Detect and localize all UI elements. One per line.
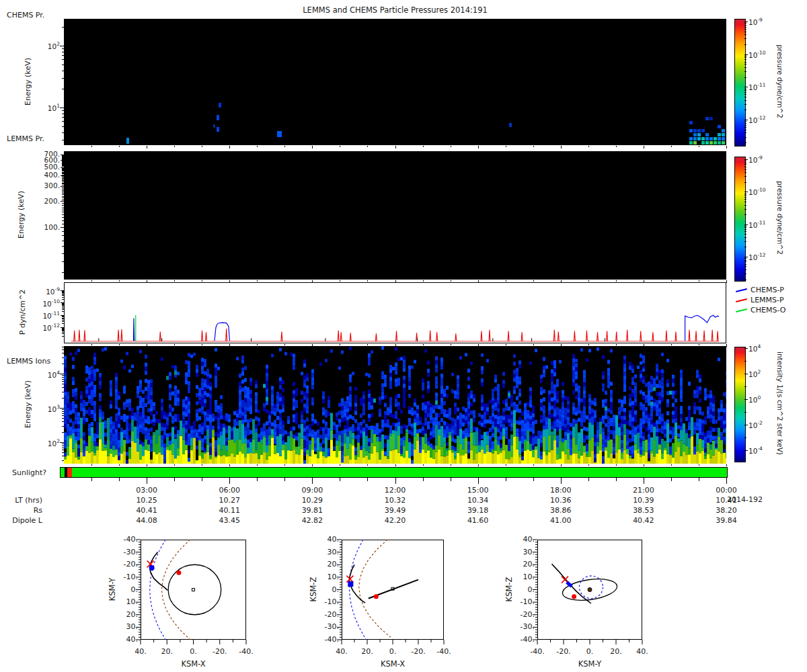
ions-spectrogram-panel (64, 346, 726, 464)
tick-mark (744, 195, 746, 196)
tick-mark (257, 344, 258, 345)
orbit-x-tick-label: 20. (155, 647, 179, 656)
ephemeris-value: 44.08 (126, 516, 167, 525)
colorbar2-title: pressure dyne/cm^2 (776, 171, 784, 265)
tick-mark (744, 25, 746, 26)
tick-mark (744, 161, 746, 161)
exponent: -10 (757, 50, 765, 56)
tick-mark (62, 319, 64, 319)
tick-mark (62, 253, 64, 254)
tick-mark (257, 280, 258, 282)
tick-mark (62, 304, 64, 304)
tick-mark (744, 56, 746, 56)
pressure-lines-svg (65, 283, 726, 343)
tick-mark (62, 306, 64, 307)
tick-mark (62, 294, 64, 295)
orbit-x-tick-label: -40. (432, 647, 456, 656)
tick-mark (229, 344, 230, 347)
tick-mark (726, 280, 727, 283)
tick-mark (61, 201, 64, 202)
tick-mark (451, 280, 451, 282)
tick-mark (616, 478, 617, 481)
lemms-p-spike (340, 332, 342, 341)
lemms-p-spike (281, 331, 282, 341)
tick-mark (62, 178, 64, 179)
tick-mark (62, 161, 64, 161)
tick-mark (533, 344, 534, 345)
tick-mark (62, 126, 64, 127)
tick-mark (62, 353, 64, 353)
colorbar2-tick: 10-9 (748, 155, 763, 164)
lemms-p-spike (597, 332, 599, 341)
tick-mark (744, 132, 746, 133)
ephemeris-value: 10.25 (126, 496, 167, 505)
tick-mark (744, 176, 746, 177)
tick-mark (744, 163, 746, 163)
lemms-p-spike (574, 331, 575, 341)
tick-mark (744, 194, 746, 194)
tick-mark (744, 110, 746, 110)
tick-mark (62, 231, 64, 232)
exponent: 4 (757, 343, 761, 349)
ephemeris-value: 38.53 (623, 506, 664, 515)
tick-mark (62, 158, 64, 159)
tick-mark (395, 280, 396, 283)
tick-mark (147, 146, 147, 149)
exponent: 0 (757, 394, 761, 401)
tick-mark (367, 344, 368, 345)
tick-mark (62, 292, 64, 293)
tick-mark (62, 293, 64, 294)
tick-mark (62, 297, 64, 298)
lemms-p-spike (558, 331, 559, 341)
tick-mark (174, 146, 175, 147)
tick-mark (62, 358, 64, 358)
tick-mark (588, 280, 589, 282)
lemms-p-spike (430, 331, 431, 341)
tick-mark (744, 192, 748, 192)
tick-mark (561, 280, 562, 283)
tick-mark (62, 180, 64, 181)
orbit-y-tick-label: -40. (509, 635, 535, 644)
ephemeris-value: 39.18 (458, 506, 498, 515)
tick-mark (60, 46, 64, 46)
tick-mark (744, 437, 746, 438)
tick-mark (62, 220, 64, 221)
tick-mark (62, 166, 64, 167)
figure: LEMMS and CHEMS Particle Pressures 2014:… (0, 0, 807, 672)
tick-mark (506, 478, 506, 481)
tick-mark (62, 173, 64, 174)
tick-mark (61, 186, 64, 187)
tick-mark (91, 464, 92, 466)
lemms-p-spike (338, 331, 339, 341)
tick-mark (744, 71, 746, 72)
orbit-y-axis-title: KSM-Y (108, 556, 117, 623)
exponent: -9 (757, 155, 762, 161)
colorbar1-tick: 10-12 (748, 115, 766, 124)
tick-mark (62, 295, 64, 296)
time-tick-label: 03:00 (126, 486, 167, 495)
tick-mark (744, 348, 748, 349)
tick-mark (229, 280, 230, 283)
tick-mark (561, 146, 562, 149)
colorbar3-title: intensity 1/(s cm^2 ster keV) (776, 343, 784, 464)
chems-ytick: 101 (38, 103, 60, 112)
tick-mark (312, 344, 313, 347)
tick-mark (62, 168, 64, 169)
tick-mark (744, 269, 746, 270)
tick-mark (62, 161, 64, 162)
tick-mark (616, 280, 617, 282)
tick-mark (506, 280, 506, 282)
tick-mark (257, 478, 258, 481)
tick-mark (147, 464, 147, 466)
tick-mark (62, 140, 64, 140)
tick-mark (588, 146, 589, 147)
lemms-spectrogram-panel (64, 151, 726, 280)
tick-mark (62, 304, 64, 305)
tick-mark (699, 478, 699, 481)
tick-mark (119, 344, 120, 345)
time-tick-label: 00:00 (706, 486, 746, 495)
tick-mark (367, 280, 368, 282)
ephemeris-value: 10.36 (541, 496, 581, 505)
tick-mark (62, 309, 64, 310)
marker-dot (374, 594, 379, 599)
